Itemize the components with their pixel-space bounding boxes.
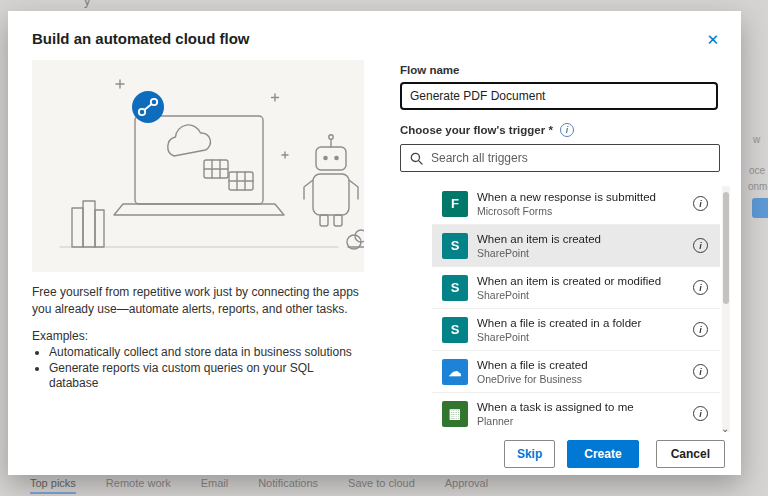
scrollbar-thumb[interactable] bbox=[723, 192, 729, 304]
trigger-list: F When a new response is submitted Micro… bbox=[400, 183, 720, 429]
bg-tab-remote-work: Remote work bbox=[106, 477, 171, 489]
info-icon[interactable]: i bbox=[693, 280, 708, 295]
flow-form-column: Flow name Choose your flow's trigger * i… bbox=[400, 58, 720, 440]
flow-illustration bbox=[32, 60, 364, 272]
planner-icon: ▦ bbox=[442, 401, 468, 427]
info-icon[interactable]: i bbox=[693, 364, 708, 379]
trigger-row-item-created-modified[interactable]: S When an item is created or modified Sh… bbox=[432, 267, 720, 309]
dialog-header: Build an automated cloud flow ✕ bbox=[8, 11, 741, 49]
flow-badge-icon bbox=[132, 91, 164, 123]
background-text-fragment: onm bbox=[748, 181, 767, 192]
close-icon[interactable]: ✕ bbox=[700, 30, 725, 49]
dialog-footer: Skip Create Cancel bbox=[8, 440, 741, 475]
info-icon[interactable]: i bbox=[693, 238, 708, 253]
intro-column: Free yourself from repetitive work just … bbox=[32, 58, 364, 440]
trigger-row-file-created-folder[interactable]: S When a file is created in a folder Sha… bbox=[432, 309, 720, 351]
bg-tab-email: Email bbox=[201, 477, 229, 489]
dialog-title: Build an automated cloud flow bbox=[32, 30, 250, 47]
sharepoint-icon: S bbox=[442, 275, 468, 301]
background-text-fragment: y bbox=[84, 0, 91, 8]
background-text-fragment: w bbox=[753, 134, 760, 145]
skip-button[interactable]: Skip bbox=[504, 440, 555, 468]
trigger-service: SharePoint bbox=[477, 331, 641, 344]
microsoft-forms-icon: F bbox=[442, 191, 468, 217]
examples-list: Automatically collect and store data in … bbox=[32, 345, 364, 392]
trigger-row-item-created[interactable]: ✓ S When an item is created SharePoint i bbox=[432, 225, 720, 267]
trigger-service: OneDrive for Business bbox=[477, 373, 588, 386]
background-app-icon bbox=[752, 198, 768, 218]
create-button[interactable]: Create bbox=[567, 440, 638, 468]
flow-name-input[interactable] bbox=[400, 82, 718, 110]
onedrive-icon: ☁ bbox=[442, 359, 468, 385]
bg-tab-save-to-cloud: Save to cloud bbox=[348, 477, 415, 489]
trigger-row-task-assigned[interactable]: ▦ When a task is assigned to me Planner … bbox=[432, 393, 720, 429]
cancel-button[interactable]: Cancel bbox=[656, 440, 725, 468]
trigger-service: SharePoint bbox=[477, 289, 661, 302]
trigger-service: Microsoft Forms bbox=[477, 205, 656, 218]
bg-tab-top-picks: Top picks bbox=[30, 477, 76, 489]
info-icon[interactable]: i bbox=[560, 123, 574, 137]
trigger-service: Planner bbox=[477, 415, 634, 428]
build-automated-flow-dialog: Build an automated cloud flow ✕ bbox=[8, 11, 741, 475]
example-item: Generate reports via custom queries on y… bbox=[49, 361, 364, 392]
sharepoint-icon: S bbox=[442, 233, 468, 259]
trigger-list-scrollbar[interactable]: ⌄ bbox=[722, 186, 730, 432]
trigger-title: When an item is created bbox=[477, 232, 601, 246]
trigger-row-file-created[interactable]: ☁ When a file is created OneDrive for Bu… bbox=[432, 351, 720, 393]
trigger-title: When a new response is submitted bbox=[477, 190, 656, 204]
background-text-fragment: oce bbox=[749, 165, 765, 176]
search-icon bbox=[410, 152, 423, 165]
dialog-body: Free yourself from repetitive work just … bbox=[8, 49, 741, 440]
chevron-down-icon[interactable]: ⌄ bbox=[721, 424, 729, 434]
info-icon[interactable]: i bbox=[693, 196, 708, 211]
trigger-label: Choose your flow's trigger * bbox=[400, 124, 553, 136]
selection-gutter: ✓ bbox=[400, 237, 442, 255]
trigger-row-forms-response[interactable]: F When a new response is submitted Micro… bbox=[432, 183, 720, 225]
examples-label: Examples: bbox=[32, 329, 364, 343]
info-icon[interactable]: i bbox=[693, 406, 708, 421]
flow-name-label: Flow name bbox=[400, 64, 720, 76]
background-category-tabs: Top picks Remote work Email Notification… bbox=[30, 477, 488, 489]
trigger-service: SharePoint bbox=[477, 247, 601, 260]
trigger-search-box[interactable] bbox=[400, 144, 720, 172]
bg-tab-notifications: Notifications bbox=[258, 477, 318, 489]
sharepoint-icon: S bbox=[442, 317, 468, 343]
bg-tab-approval: Approval bbox=[445, 477, 488, 489]
trigger-search-input[interactable] bbox=[431, 151, 710, 165]
trigger-title: When a file is created in a folder bbox=[477, 316, 641, 330]
trigger-title: When an item is created or modified bbox=[477, 274, 661, 288]
intro-description: Free yourself from repetitive work just … bbox=[32, 284, 364, 318]
example-item: Automatically collect and store data in … bbox=[49, 345, 364, 361]
trigger-title: When a task is assigned to me bbox=[477, 400, 634, 414]
trigger-title: When a file is created bbox=[477, 358, 588, 372]
info-icon[interactable]: i bbox=[693, 322, 708, 337]
